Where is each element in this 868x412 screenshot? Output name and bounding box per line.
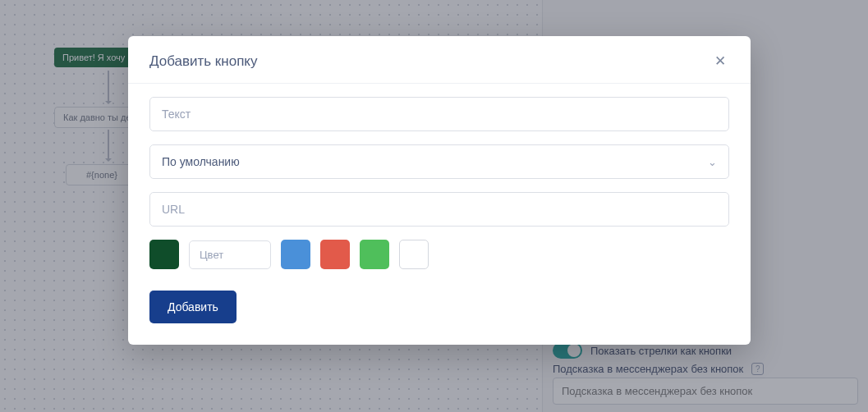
color-swatch-white[interactable] <box>399 240 429 269</box>
color-hex-input[interactable] <box>189 240 271 269</box>
modal-body: По умолчанию ⌄ Добавить <box>128 84 751 345</box>
button-type-select[interactable]: По умолчанию ⌄ <box>149 144 729 179</box>
select-value: По умолчанию <box>162 155 240 168</box>
color-swatch-red[interactable] <box>320 240 350 269</box>
button-text-input[interactable] <box>149 97 729 131</box>
color-swatch-blue[interactable] <box>281 240 310 269</box>
color-swatch-darkgreen[interactable] <box>149 240 179 269</box>
close-icon[interactable]: ✕ <box>711 51 729 71</box>
button-url-input[interactable] <box>149 192 729 227</box>
chevron-down-icon: ⌄ <box>708 156 717 168</box>
color-picker-row <box>149 240 729 269</box>
add-button[interactable]: Добавить <box>149 291 237 323</box>
modal-header: Добавить кнопку ✕ <box>128 36 751 84</box>
color-swatch-green[interactable] <box>360 240 389 269</box>
add-button-modal: Добавить кнопку ✕ По умолчанию ⌄ Добавит… <box>128 36 751 345</box>
modal-title: Добавить кнопку <box>149 53 257 70</box>
